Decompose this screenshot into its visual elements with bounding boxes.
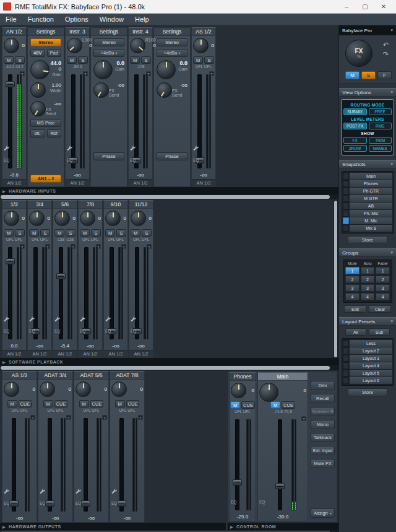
- trim-badge[interactable]: T: [30, 415, 35, 420]
- layout-preset-indicator[interactable]: [343, 347, 349, 354]
- eq-label[interactable]: EQ: [131, 329, 136, 333]
- channel-name[interactable]: Instr. 4: [129, 28, 152, 36]
- solo-button[interactable]: S: [116, 229, 126, 237]
- group-fader-cell[interactable]: 2: [376, 276, 390, 283]
- snapshot-name[interactable]: Phones: [350, 180, 392, 187]
- control-room-button[interactable]: Talkback: [311, 433, 335, 442]
- ref-level-dropdown[interactable]: +4dBu▾: [93, 49, 124, 57]
- snapshot-name[interactable]: AB: [350, 203, 392, 209]
- eq-label[interactable]: EQ: [4, 329, 9, 333]
- fader-track[interactable]: [278, 419, 282, 510]
- layout-sub-tab[interactable]: Sub: [369, 328, 390, 336]
- layout-preset-name[interactable]: Layout 5: [350, 370, 392, 377]
- fx-send-knob[interactable]: [30, 101, 46, 116]
- menu-item[interactable]: Options: [59, 14, 94, 25]
- layout-preset-indicator[interactable]: [343, 377, 349, 384]
- phase-button[interactable]: Phase: [93, 152, 124, 160]
- mono-mode-button[interactable]: M: [345, 71, 359, 79]
- snapshot-name[interactable]: Main: [350, 173, 392, 180]
- gain-knob[interactable]: [157, 60, 176, 79]
- layout-preset-indicator[interactable]: [343, 370, 349, 377]
- snapshot-store-button[interactable]: Store: [348, 236, 387, 244]
- solo-button[interactable]: S: [141, 56, 151, 64]
- wrench-icon[interactable]: [39, 486, 45, 492]
- menu-item[interactable]: File: [0, 14, 22, 25]
- fader-handle[interactable]: [233, 479, 242, 486]
- snapshots-header[interactable]: Snapshots ▾: [339, 160, 396, 168]
- channel-name[interactable]: AS 1/2: [192, 28, 215, 36]
- pan-knob[interactable]: [54, 211, 70, 226]
- wrench-icon[interactable]: [28, 313, 35, 320]
- eq-label[interactable]: EQ: [29, 329, 35, 333]
- wrench-icon[interactable]: [129, 142, 136, 149]
- cue-button[interactable]: CUE: [241, 401, 255, 409]
- menu-item[interactable]: Function: [22, 14, 59, 25]
- wrench-icon[interactable]: [79, 313, 85, 320]
- volume-knob[interactable]: [75, 382, 91, 397]
- wrench-icon[interactable]: [105, 313, 111, 320]
- eq-label[interactable]: EQ: [111, 501, 117, 505]
- channel-name[interactable]: 5/6: [53, 201, 77, 209]
- volume-knob[interactable]: [259, 383, 278, 402]
- cue-button[interactable]: CUE: [90, 400, 104, 408]
- free-button[interactable]: FREE: [369, 108, 392, 115]
- mute-button[interactable]: M: [230, 401, 240, 409]
- snapshot-name[interactable]: Ph GTR: [350, 188, 392, 194]
- solo-button[interactable]: S: [15, 229, 25, 237]
- software-playback-section-bar[interactable]: ▶ SOFTWARE PLAYBACK: [0, 358, 338, 365]
- mute-button[interactable]: M: [79, 400, 89, 408]
- routing-target[interactable]: AN 1/2: [2, 350, 26, 357]
- channel-name[interactable]: AN 1/2: [2, 28, 26, 36]
- channel-name[interactable]: 9/10: [104, 201, 127, 209]
- layout-presets-header[interactable]: Layout Presets ▾: [339, 317, 396, 326]
- routing-target[interactable]: AN 1/2: [2, 179, 26, 186]
- volume-knob[interactable]: [4, 382, 19, 397]
- 2row-view-button[interactable]: 2ROW: [343, 145, 367, 152]
- fader-handle[interactable]: [56, 273, 66, 279]
- wrench-icon[interactable]: [75, 486, 81, 492]
- channel-name[interactable]: ADAT 3/4: [38, 372, 72, 380]
- eq-label[interactable]: EQ: [4, 501, 9, 505]
- phase-left-button[interactable]: ØL: [30, 129, 45, 137]
- group-mute-cell[interactable]: 3: [345, 284, 359, 292]
- snapshot-indicator[interactable]: [343, 188, 349, 194]
- hardware-outputs-section-bar[interactable]: ▶ HARDWARE OUTPUTS: [0, 523, 226, 530]
- fader-track[interactable]: [110, 247, 114, 339]
- routing-target[interactable]: AN 1/2: [79, 350, 102, 357]
- layout-all-tab[interactable]: All: [345, 328, 366, 336]
- solo-button[interactable]: S: [142, 229, 152, 237]
- wrench-icon[interactable]: [192, 142, 199, 149]
- control-room-button[interactable]: Recall: [311, 394, 335, 403]
- mute-button[interactable]: M: [29, 229, 39, 237]
- fx-view-button[interactable]: FX: [343, 137, 367, 144]
- snapshot-item[interactable]: Main: [343, 173, 392, 180]
- edit-button[interactable]: Edit: [344, 305, 366, 313]
- groups-header[interactable]: Groups ▾: [339, 248, 396, 257]
- fader-track[interactable]: [59, 247, 63, 339]
- mute-button[interactable]: M: [131, 229, 140, 237]
- snapshot-indicator[interactable]: [343, 203, 349, 209]
- hardware-inputs-section-bar[interactable]: ▶ HARDWARE INPUTS: [0, 187, 338, 194]
- snapshot-indicator[interactable]: [343, 217, 349, 224]
- eq-label[interactable]: EQ: [40, 501, 45, 505]
- trim-badge[interactable]: T: [301, 416, 306, 421]
- group-fader-cell[interactable]: 3: [376, 284, 390, 292]
- group-fader-cell[interactable]: 4: [376, 293, 390, 300]
- fx-send-knob[interactable]: [93, 82, 109, 98]
- mute-button[interactable]: M: [4, 56, 14, 64]
- wrench-icon[interactable]: [111, 486, 117, 492]
- control-room-button[interactable]: Mono: [311, 420, 335, 429]
- submix-button[interactable]: SUBMIX: [343, 108, 367, 115]
- channel-name[interactable]: Phones: [230, 373, 256, 381]
- layout-preset-indicator[interactable]: [343, 340, 349, 347]
- pad-button[interactable]: Pad: [47, 49, 62, 57]
- gain-knob[interactable]: [93, 60, 113, 79]
- pan-knob[interactable]: [130, 38, 145, 53]
- post-fx-button[interactable]: POST FX: [343, 123, 367, 129]
- routing-an1-2-button[interactable]: AN1→2: [30, 175, 61, 183]
- routing-target[interactable]: AN 1/2: [104, 350, 127, 357]
- layout-preset-name[interactable]: Layout 2: [350, 347, 392, 354]
- solo-button[interactable]: S: [66, 229, 75, 237]
- fader-track[interactable]: [119, 418, 124, 512]
- ms-proc-button[interactable]: MS Proc: [30, 119, 61, 127]
